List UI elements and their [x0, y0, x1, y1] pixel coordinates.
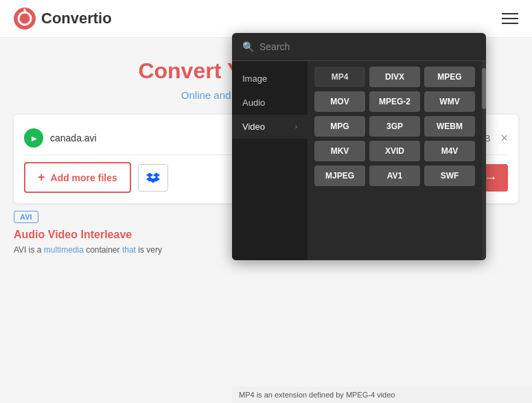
- format-webm[interactable]: WEBM: [424, 116, 475, 137]
- logo-icon: [14, 8, 36, 30]
- cat-audio-label: Audio: [242, 97, 265, 108]
- format-mjpeg[interactable]: MJPEG: [314, 165, 365, 186]
- format-mkv[interactable]: MKV: [314, 141, 365, 161]
- dropdown-search-bar: 🔍: [232, 33, 486, 61]
- add-files-label: Add more files: [51, 172, 117, 183]
- cat-image-label: Image: [242, 73, 267, 84]
- format-grid: MP4 DIVX MPEG MOV MPEG-2 WMV MPG 3GP WEB…: [308, 61, 482, 260]
- format-mp4[interactable]: MP4: [314, 67, 365, 87]
- add-more-files-button[interactable]: + Add more files: [24, 162, 131, 193]
- avi-badge: AVI: [14, 211, 38, 223]
- format-3gp[interactable]: 3GP: [369, 116, 420, 137]
- logo: Convertio: [14, 8, 112, 30]
- dropdown-body: Image Audio Video › MP4 DIVX MPEG MOV MP…: [232, 61, 486, 260]
- dropbox-icon: [146, 171, 160, 185]
- svg-marker-4: [153, 172, 160, 177]
- info-desc-3: is very: [136, 245, 162, 255]
- hamburger-line-1: [502, 13, 518, 14]
- format-mpeg[interactable]: MPEG: [424, 67, 475, 87]
- cat-chevron-icon: ›: [295, 123, 297, 130]
- format-xvid[interactable]: XVID: [369, 141, 420, 161]
- bottom-info-text: MP4 is an extension defined by MPEG-4 vi…: [239, 391, 395, 399]
- info-desc-2: container: [84, 245, 122, 255]
- logo-text: Convertio: [41, 10, 112, 27]
- info-desc-text: AVI is a: [14, 245, 44, 255]
- cat-video-label: Video: [242, 122, 265, 132]
- header: Convertio: [0, 0, 532, 38]
- close-button[interactable]: ×: [500, 131, 508, 146]
- dropbox-button[interactable]: [138, 164, 168, 192]
- search-icon: 🔍: [242, 41, 254, 52]
- format-av1[interactable]: AV1: [369, 165, 420, 186]
- svg-marker-3: [146, 172, 153, 177]
- format-mpeg2[interactable]: MPEG-2: [369, 91, 420, 112]
- hamburger-menu[interactable]: [502, 13, 518, 24]
- scrollbar-thumb[interactable]: [482, 68, 486, 109]
- format-dropdown-panel: 🔍 Image Audio Video › MP4 DIVX MPEG MOV …: [232, 33, 486, 260]
- format-swf[interactable]: SWF: [424, 165, 475, 186]
- category-list: Image Audio Video ›: [232, 61, 308, 260]
- category-video[interactable]: Video ›: [232, 115, 308, 139]
- plus-icon: +: [38, 170, 45, 185]
- bottom-info-bar: MP4 is an extension defined by MPEG-4 vi…: [232, 387, 532, 403]
- format-mpg[interactable]: MPG: [314, 116, 365, 137]
- format-divx[interactable]: DIVX: [369, 67, 420, 87]
- category-image[interactable]: Image: [232, 67, 308, 91]
- info-that-link[interactable]: that: [122, 245, 136, 255]
- arrow-right-icon: →: [484, 170, 498, 185]
- format-wmv[interactable]: WMV: [424, 91, 475, 112]
- hamburger-line-2: [502, 18, 518, 19]
- format-m4v[interactable]: M4V: [424, 141, 475, 161]
- file-play-icon: [24, 128, 43, 148]
- category-audio[interactable]: Audio: [232, 91, 308, 115]
- hamburger-line-3: [502, 23, 518, 24]
- format-search-input[interactable]: [259, 41, 476, 52]
- format-mov[interactable]: MOV: [314, 91, 365, 112]
- info-multimedia-link[interactable]: multimedia: [44, 245, 84, 255]
- scrollbar-track[interactable]: [482, 61, 486, 260]
